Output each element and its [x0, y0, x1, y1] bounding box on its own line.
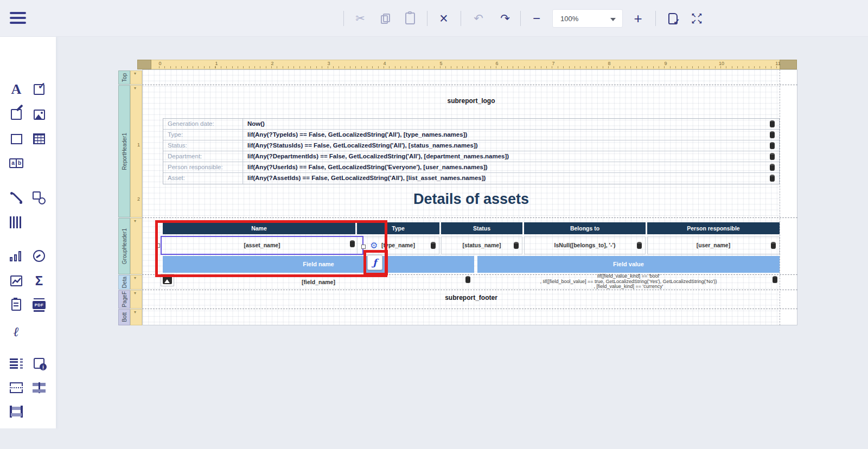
pagebreak-tool-icon[interactable] — [8, 380, 24, 396]
database-icon[interactable] — [637, 242, 642, 249]
info-row[interactable]: Person responsible: Iif(Any(?UserIds) ==… — [163, 162, 779, 173]
right-margin-guide — [780, 69, 780, 325]
subreport-footer-placeholder[interactable]: subreport_footer — [163, 294, 780, 302]
toolbar: ✂ × ↶ ↷ − 100% + ✓ ↖↗↙↘ — [0, 0, 868, 37]
paste-glyph — [405, 12, 415, 24]
cell-field-value-expression[interactable]: Iif([field_value_kind] == 'bool' , Iif([… — [477, 274, 780, 290]
horizontal-ruler[interactable] — [137, 60, 797, 69]
table-tool-icon[interactable] — [31, 131, 47, 147]
gauge-tool-icon[interactable] — [31, 248, 47, 264]
pdf-tool-icon[interactable]: PDF — [31, 297, 47, 313]
info-value[interactable]: Iif(Any(?StatusIds) == False, GetLocaliz… — [243, 140, 779, 151]
column-header-belongs-to[interactable]: Belongs to — [524, 222, 646, 234]
fullscreen-icon[interactable]: ↖↗↙↘ — [687, 8, 706, 29]
info-row[interactable]: Department: Iif(Any(?DepartmentIds) == F… — [163, 151, 779, 162]
richtext-tool-icon[interactable] — [8, 106, 24, 123]
band-group-header[interactable]: GroupHeader1 — [118, 218, 130, 274]
ruler-number: 8 — [606, 61, 612, 66]
info-label: Status: — [163, 140, 243, 151]
annotation-rectangle-name-column — [155, 220, 387, 277]
vertical-ruler: ▾ 1 2 — [130, 85, 142, 217]
sidebar-bottom-gap — [0, 428, 56, 449]
info-row[interactable]: Type: Iif(Any(?TypeIds) == False, GetLoc… — [163, 130, 779, 140]
image-tool-icon[interactable] — [31, 106, 47, 123]
band-separator — [142, 217, 797, 218]
ruler-number: 11 — [775, 61, 781, 66]
cut-icon[interactable]: ✂ — [350, 8, 370, 29]
toolbar-separator — [655, 11, 656, 26]
info-value[interactable]: Iif(Any(?DepartmentIds) == False, GetLoc… — [243, 151, 779, 162]
database-icon[interactable] — [770, 164, 775, 171]
column-header-status[interactable]: Status — [441, 222, 522, 234]
signature-tool-icon[interactable]: ℓ — [8, 323, 24, 339]
undo-icon[interactable]: ↶ — [469, 8, 488, 29]
rectangle-tool-icon[interactable] — [8, 131, 24, 147]
database-icon[interactable] — [770, 131, 775, 138]
info-row[interactable]: Status: Iif(Any(?StatusIds) == False, Ge… — [163, 140, 779, 151]
label-ab-tool-icon[interactable]: ab — [8, 155, 24, 171]
band-bottom-margin[interactable]: Bott — [118, 309, 130, 325]
band-separator — [142, 85, 797, 85]
zoom-in-icon[interactable]: + — [628, 8, 648, 29]
field-value-band[interactable]: Field value — [477, 256, 780, 273]
copy-icon[interactable] — [375, 8, 395, 29]
info-row[interactable]: Generation date: Now() — [163, 119, 779, 130]
zoom-out-icon[interactable]: − — [527, 8, 546, 29]
sum-tool-icon[interactable]: Σ — [31, 273, 47, 289]
paste-icon[interactable] — [400, 8, 420, 29]
cell-status-name[interactable]: [status_name] — [441, 236, 522, 254]
database-icon[interactable] — [770, 142, 775, 149]
vruler-number: 2 — [137, 196, 140, 202]
vertical-band-tool-icon[interactable] — [31, 380, 47, 396]
subreport-logo-placeholder[interactable]: subreport_logo — [163, 97, 780, 105]
vertical-ruler: ▾ — [130, 218, 142, 274]
database-icon[interactable] — [514, 242, 519, 249]
band-top-margin[interactable]: Top — [118, 70, 130, 85]
info-value[interactable]: Iif(Any(?UserIds) == False, GetLocalized… — [243, 162, 779, 172]
sparkline-tool-icon[interactable] — [8, 273, 24, 289]
band-separator — [142, 309, 797, 309]
cell-user-name[interactable]: [user_name] — [647, 236, 780, 254]
database-icon[interactable] — [770, 153, 775, 160]
cell-belongs-to[interactable]: IsNull([belongs_to], '-') — [524, 236, 646, 254]
validate-icon[interactable]: ✓ — [663, 8, 682, 29]
delete-icon[interactable]: × — [434, 8, 454, 29]
database-icon[interactable] — [770, 175, 775, 182]
ruler-number: 6 — [494, 61, 500, 66]
check-glyph: ✓ — [673, 17, 680, 27]
text-tool-icon[interactable]: A — [8, 81, 24, 98]
database-icon[interactable] — [465, 276, 470, 283]
database-icon[interactable] — [773, 276, 777, 283]
shapes-tool-icon[interactable] — [31, 190, 47, 206]
chart-tool-icon[interactable] — [8, 248, 24, 264]
info-value[interactable]: Iif(Any(?TypeIds) == False, GetLocalized… — [243, 130, 779, 140]
barcode-tool-icon[interactable] — [8, 214, 24, 230]
database-icon[interactable] — [770, 120, 775, 127]
report-title[interactable]: Details of assets — [163, 191, 780, 208]
panel-info-tool-icon[interactable]: i — [31, 355, 47, 371]
column-header-person-responsible[interactable]: Person responsible — [647, 222, 780, 234]
info-value[interactable]: Iif(Any(?AssetIds) == False, GetLocalize… — [243, 173, 779, 184]
database-icon[interactable] — [431, 242, 436, 249]
databand-tool-icon[interactable] — [8, 355, 24, 371]
menu-icon[interactable] — [10, 12, 26, 25]
ruler-number: 2 — [269, 61, 276, 66]
info-value[interactable]: Now() — [243, 119, 779, 129]
redo-icon[interactable]: ↷ — [495, 8, 515, 29]
crossband-tool-icon[interactable] — [8, 403, 24, 420]
toolbar-separator — [520, 11, 521, 26]
band-report-header[interactable]: ReportHeader1 — [118, 85, 130, 217]
info-label: Department: — [163, 151, 243, 162]
ruler-number: 0 — [157, 61, 163, 66]
database-icon[interactable] — [771, 242, 776, 249]
zoom-select[interactable]: 100% — [552, 9, 623, 28]
cell-field-name[interactable]: [field_name] — [163, 275, 474, 290]
cell-text: [user_name] — [697, 242, 730, 248]
band-page-footer[interactable]: PageF — [118, 290, 130, 309]
clipboard-tool-icon[interactable] — [8, 297, 24, 313]
band-detail[interactable]: Deta — [118, 275, 130, 290]
checkbox-tool-icon[interactable]: ✓ — [31, 81, 47, 98]
line-tool-icon[interactable] — [8, 190, 24, 206]
ruler-left-cap — [137, 60, 151, 69]
info-row[interactable]: Asset: Iif(Any(?AssetIds) == False, GetL… — [163, 173, 779, 184]
